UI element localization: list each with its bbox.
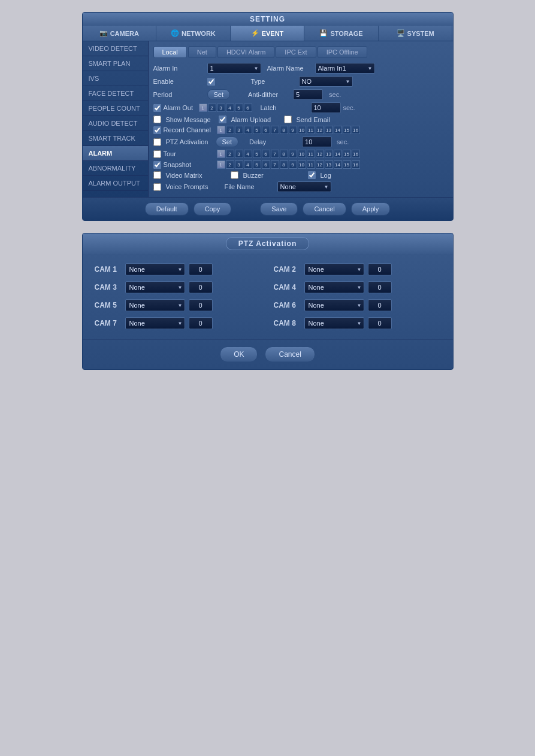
sidebar-item-face-detect[interactable]: FACE DETECT	[83, 86, 148, 101]
tour-ch10[interactable]: 10	[298, 150, 306, 158]
rec-ch15[interactable]: 15	[343, 126, 351, 134]
alarm-out-checkbox[interactable]	[153, 104, 161, 112]
tour-ch2[interactable]: 2	[226, 150, 234, 158]
sidebar-item-alarm-output[interactable]: ALARM OUTPUT	[83, 176, 148, 191]
send-email-checkbox[interactable]	[284, 116, 292, 123]
alarm-out-ch3[interactable]: 3	[217, 104, 225, 112]
tour-checkbox[interactable]	[153, 150, 161, 158]
show-message-checkbox[interactable]	[153, 116, 161, 123]
rec-ch1[interactable]: 1	[217, 126, 225, 134]
ptz-cam5-input[interactable]	[189, 299, 213, 311]
record-channel-checkbox[interactable]	[153, 126, 161, 134]
alarm-out-ch4[interactable]: 4	[226, 104, 234, 112]
sidebar-item-abnormality[interactable]: ABNORMALITY	[83, 161, 148, 176]
tour-ch14[interactable]: 14	[334, 150, 342, 158]
ptz-cam4-input[interactable]	[368, 281, 392, 293]
snap-ch11[interactable]: 11	[307, 160, 315, 169]
sub-tab-ipc-offline[interactable]: IPC Offline	[318, 46, 367, 58]
snap-ch12[interactable]: 12	[316, 160, 324, 169]
alarm-upload-checkbox[interactable]	[219, 116, 226, 123]
tab-system[interactable]: 🖥️ SYSTEM	[379, 26, 453, 41]
rec-ch5[interactable]: 5	[253, 126, 261, 134]
snap-ch5[interactable]: 5	[253, 160, 261, 169]
tour-ch8[interactable]: 8	[280, 150, 288, 158]
period-set-button[interactable]: Set	[207, 89, 231, 100]
ptz-cam1-input[interactable]	[189, 263, 213, 275]
rec-ch7[interactable]: 7	[271, 126, 279, 134]
rec-ch6[interactable]: 6	[262, 126, 270, 134]
ptz-cam6-select[interactable]: None Preset Tour Pattern	[304, 299, 364, 311]
alarm-out-ch5[interactable]: 5	[235, 104, 243, 112]
rec-ch2[interactable]: 2	[226, 126, 234, 134]
tour-ch1[interactable]: 1	[217, 150, 225, 158]
sub-tab-hdcvi[interactable]: HDCVI Alarm	[217, 46, 274, 58]
snap-ch2[interactable]: 2	[226, 160, 234, 169]
anti-dither-input[interactable]	[293, 89, 323, 100]
delay-input[interactable]	[302, 136, 332, 147]
ptz-cam1-select[interactable]: None Preset Tour Pattern	[125, 263, 185, 275]
sidebar-item-video-detect[interactable]: VIDEO DETECT	[83, 41, 148, 56]
snap-ch4[interactable]: 4	[244, 160, 252, 169]
enable-checkbox[interactable]	[207, 78, 215, 86]
tour-ch4[interactable]: 4	[244, 150, 252, 158]
alarm-in-select[interactable]: 1	[207, 63, 261, 74]
sidebar-item-alarm[interactable]: ALARM	[83, 146, 148, 161]
tab-camera[interactable]: 📷 CAMERA	[83, 26, 157, 41]
snap-ch13[interactable]: 13	[325, 160, 333, 169]
tour-ch7[interactable]: 7	[271, 150, 279, 158]
tour-ch16[interactable]: 16	[352, 150, 360, 158]
snap-ch3[interactable]: 3	[235, 160, 243, 169]
cancel-button[interactable]: Cancel	[303, 202, 346, 215]
rec-ch3[interactable]: 3	[235, 126, 243, 134]
ptz-cam7-select[interactable]: None Preset Tour Pattern	[125, 317, 185, 329]
rec-ch11[interactable]: 11	[307, 126, 315, 134]
latch-input[interactable]	[311, 102, 341, 113]
tab-network[interactable]: 🌐 NETWORK	[156, 26, 231, 41]
ptz-ok-button[interactable]: OK	[220, 347, 258, 362]
ptz-cam3-select[interactable]: None Preset Tour Pattern	[125, 281, 185, 293]
sub-tab-local[interactable]: Local	[153, 46, 187, 58]
rec-ch16[interactable]: 16	[352, 126, 360, 134]
video-matrix-checkbox[interactable]	[153, 171, 161, 179]
tour-ch9[interactable]: 9	[289, 150, 297, 158]
ptz-cam6-input[interactable]	[368, 299, 392, 311]
rec-ch4[interactable]: 4	[244, 126, 252, 134]
snap-ch9[interactable]: 9	[289, 160, 297, 169]
rec-ch14[interactable]: 14	[334, 126, 342, 134]
tour-ch5[interactable]: 5	[253, 150, 261, 158]
snapshot-checkbox[interactable]	[153, 161, 161, 169]
sidebar-item-ivs[interactable]: IVS	[83, 71, 148, 86]
alarm-out-ch1[interactable]: 1	[199, 104, 207, 112]
default-button[interactable]: Default	[145, 202, 189, 215]
ptz-cam8-select[interactable]: None Preset Tour Pattern	[304, 317, 364, 329]
snap-ch1[interactable]: 1	[217, 160, 225, 169]
ptz-cam8-input[interactable]	[368, 317, 392, 329]
ptz-cam2-select[interactable]: None Preset Tour Pattern	[304, 263, 364, 275]
ptz-cam5-select[interactable]: None Preset Tour Pattern	[125, 299, 185, 311]
apply-button[interactable]: Apply	[351, 202, 391, 215]
snap-ch7[interactable]: 7	[271, 160, 279, 169]
file-name-select[interactable]: None	[277, 181, 331, 192]
ptz-cam2-input[interactable]	[368, 263, 392, 275]
ptz-activation-checkbox[interactable]	[153, 138, 161, 146]
snap-ch16[interactable]: 16	[352, 160, 360, 169]
log-checkbox[interactable]	[308, 171, 316, 179]
voice-prompts-checkbox[interactable]	[153, 183, 161, 191]
sidebar-item-smart-track[interactable]: SMART TRACK	[83, 131, 148, 146]
tour-ch13[interactable]: 13	[325, 150, 333, 158]
snap-ch15[interactable]: 15	[343, 160, 351, 169]
copy-button[interactable]: Copy	[194, 202, 232, 215]
buzzer-checkbox[interactable]	[231, 171, 238, 179]
rec-ch13[interactable]: 13	[325, 126, 333, 134]
type-select[interactable]: NO NC	[299, 76, 353, 87]
snap-ch8[interactable]: 8	[280, 160, 288, 169]
sub-tab-ipc-ext[interactable]: IPC Ext	[276, 46, 316, 58]
tab-storage[interactable]: 💾 STORAGE	[304, 26, 379, 41]
rec-ch12[interactable]: 12	[316, 126, 324, 134]
tour-ch11[interactable]: 11	[307, 150, 315, 158]
tour-ch15[interactable]: 15	[343, 150, 351, 158]
snap-ch6[interactable]: 6	[262, 160, 270, 169]
sidebar-item-smart-plan[interactable]: SMART PLAN	[83, 56, 148, 71]
alarm-name-input[interactable]	[315, 63, 375, 74]
tour-ch3[interactable]: 3	[235, 150, 243, 158]
